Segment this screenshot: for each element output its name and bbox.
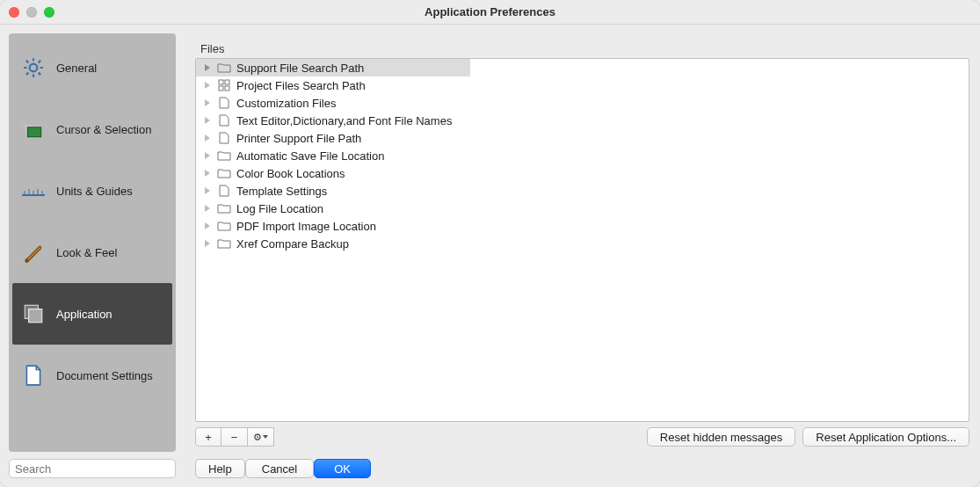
brush-icon [21,240,46,265]
options-menu-button[interactable]: ⚙ [248,427,274,447]
window-title: Application Preferences [425,5,555,18]
search-field-wrapper[interactable] [9,459,176,478]
tree-row-label: Template Settings [236,185,327,198]
tree-row[interactable]: PDF Import Image Location [196,217,969,235]
chevron-right-icon[interactable] [203,117,212,124]
svg-rect-20 [29,309,42,323]
chevron-right-icon[interactable] [203,205,212,212]
page-icon [217,113,231,127]
tree-row[interactable]: Printer Support File Path [196,129,969,147]
remove-button[interactable]: − [221,427,248,447]
svg-line-8 [39,61,40,62]
tree-row[interactable]: Project Files Search Path [196,76,969,94]
sidebar-item-document-settings[interactable]: Document Settings [12,345,172,406]
reset-application-options-button[interactable]: Reset Application Options... [802,427,969,447]
button-label: Help [208,462,232,476]
tree-row[interactable]: Template Settings [196,182,969,200]
close-window-button[interactable] [9,7,19,18]
chevron-right-icon[interactable] [203,152,212,159]
button-label: Reset hidden messages [660,431,782,444]
chevron-right-icon[interactable] [203,82,212,89]
tree-row-label: Automatic Save File Location [236,149,384,163]
tree-row[interactable]: Color Book Locations [196,164,969,182]
folder-icon [217,166,231,180]
minus-icon: − [231,431,238,444]
svg-point-18 [25,259,28,263]
svg-rect-23 [219,86,223,91]
files-tree[interactable]: Support File Search Path Project Files S… [195,58,969,422]
tree-row-label: Color Book Locations [236,167,345,180]
category-list: General Cursor & Selection Units & Guide… [9,33,176,452]
window-controls [9,7,54,18]
sidebar-item-application[interactable]: Application [12,283,172,345]
cancel-button[interactable]: Cancel [245,459,314,478]
sidebar-item-cursor-selection[interactable]: Cursor & Selection [12,98,172,160]
help-button[interactable]: Help [195,459,245,478]
main-panel: Files Support File Search Path Project [185,25,980,487]
tree-row-label: PDF Import Image Location [236,220,376,233]
svg-line-5 [26,61,28,62]
tree-row[interactable]: Customization Files [196,94,969,112]
section-heading: Files [200,42,969,55]
folder-icon [217,219,231,233]
tree-row[interactable]: Support File Search Path [196,59,470,76]
titlebar: Application Preferences [0,0,980,25]
minimize-window-button[interactable] [26,7,37,18]
tree-row-label: Project Files Search Path [236,79,366,92]
chevron-right-icon[interactable] [203,134,212,142]
sidebar-item-label: General [56,62,97,75]
svg-rect-9 [28,127,41,137]
chevron-right-icon[interactable] [203,64,212,71]
window-stack-icon [21,302,46,326]
folder-icon [217,61,231,75]
tree-row-label: Text Editor,Dictionary,and Font File Nam… [236,114,452,127]
preferences-sidebar: General Cursor & Selection Units & Guide… [0,25,185,487]
plus-icon: + [205,431,212,444]
tree-toolbar: + − ⚙ Reset hidden messages Reset Applic… [195,427,969,447]
ruler-icon [21,178,46,203]
sidebar-item-look-feel[interactable]: Look & Feel [12,222,172,283]
page-icon [217,184,231,198]
reset-hidden-messages-button[interactable]: Reset hidden messages [647,427,795,447]
sidebar-item-units-guides[interactable]: Units & Guides [12,160,172,222]
gear-icon [21,55,46,80]
search-input[interactable] [15,462,170,476]
page-icon [217,96,231,110]
page-icon [217,131,231,145]
folder-icon [217,201,231,215]
sidebar-item-label: Units & Guides [56,185,133,198]
tree-row-label: Xref Compare Backup [236,237,349,251]
sidebar-item-label: Document Settings [56,369,153,382]
tree-row[interactable]: Xref Compare Backup [196,235,969,252]
svg-line-7 [26,73,28,75]
svg-line-6 [39,73,40,75]
sidebar-item-general[interactable]: General [12,37,172,98]
tree-row-label: Log File Location [236,202,323,215]
chevron-right-icon[interactable] [203,187,212,194]
crosshair-icon [21,117,46,142]
svg-point-0 [30,64,38,72]
sidebar-item-label: Cursor & Selection [56,123,151,136]
svg-rect-24 [225,86,229,91]
sidebar-item-label: Look & Feel [56,246,117,259]
tree-row[interactable]: Text Editor,Dictionary,and Font File Nam… [196,112,969,129]
button-label: OK [334,462,351,476]
tree-row-label: Customization Files [236,97,336,110]
tree-row-label: Printer Support File Path [236,132,361,145]
chevron-right-icon[interactable] [203,99,212,106]
svg-rect-22 [225,80,229,84]
zoom-window-button[interactable] [44,7,54,18]
tree-row[interactable]: Log File Location [196,200,969,217]
chevron-right-icon[interactable] [203,222,212,229]
folder-icon [217,149,231,163]
button-label: Reset Application Options... [816,431,956,444]
document-icon [21,363,46,388]
ok-button[interactable]: OK [314,459,371,478]
button-label: Cancel [262,462,297,476]
tree-row[interactable]: Automatic Save File Location [196,147,969,164]
gear-icon: ⚙ [253,432,268,443]
chevron-right-icon[interactable] [203,240,212,247]
footer-buttons: Help Cancel OK [195,459,969,478]
chevron-right-icon[interactable] [203,170,212,177]
add-button[interactable]: + [195,427,221,447]
